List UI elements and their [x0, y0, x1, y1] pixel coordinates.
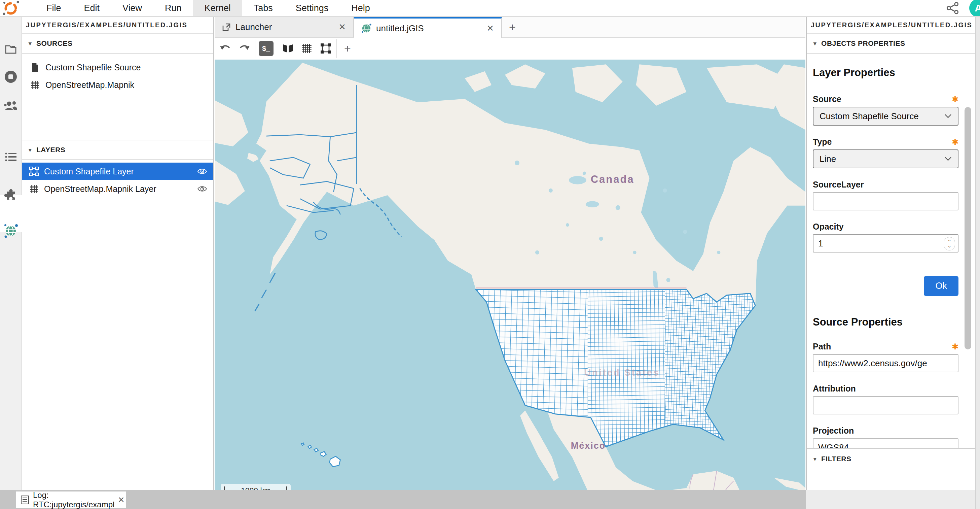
- file-icon: [29, 62, 41, 72]
- statusbar-right-segment: [806, 490, 980, 509]
- menu-bar: File Edit View Run Kernel Tabs Settings …: [0, 0, 980, 17]
- projection-label: Projection: [813, 426, 854, 436]
- main-dock: Launcher ✕ untitled.jGIS ✕ +: [215, 17, 805, 490]
- eye-visible-icon[interactable]: [197, 168, 207, 175]
- extensions-puzzle-icon[interactable]: [0, 187, 22, 200]
- source-item-osm-mapnik[interactable]: OpenStreetMap.Mapnik: [22, 76, 213, 94]
- close-icon[interactable]: ✕: [333, 22, 346, 32]
- source-item-label: OpenStreetMap.Mapnik: [45, 80, 134, 90]
- book-map-icon: [282, 43, 294, 54]
- layer-label: Custom Shapefile Layer: [44, 167, 197, 176]
- attribution-field: Attribution: [813, 384, 958, 415]
- jgis-globe-icon: [361, 23, 371, 34]
- layer-row-osm-mapnik[interactable]: OpenStreetMap.Mapnik Layer: [22, 180, 213, 198]
- menubar-right: A: [946, 0, 980, 16]
- objects-properties-label: OBJECTS PROPERTIES: [821, 39, 905, 48]
- eye-visible-icon[interactable]: [197, 185, 207, 193]
- running-kernels-icon[interactable]: [0, 70, 22, 83]
- jgis-toolbar: $_ +: [215, 38, 805, 59]
- number-stepper[interactable]: ⌃ ⌄: [943, 237, 955, 251]
- status-bar: Log: RTC:jupytergis/exampl ✕: [0, 490, 980, 509]
- chevron-down-icon: [944, 156, 952, 161]
- attribution-label: Attribution: [813, 384, 856, 394]
- menu-view[interactable]: View: [111, 0, 153, 16]
- left-panel-path-header: JUPYTERGIS/EXAMPLES/UNTITLED.JGIS: [22, 17, 213, 34]
- path-field: Path ✱: [813, 342, 958, 372]
- menu-kernel[interactable]: Kernel: [193, 0, 242, 16]
- activity-sidebar: [0, 17, 22, 490]
- sources-section-header[interactable]: ▾ SOURCES: [22, 34, 213, 54]
- redo-button[interactable]: [235, 39, 254, 58]
- undo-button[interactable]: [216, 39, 235, 58]
- opacity-field: Opacity ⌃ ⌄: [813, 222, 958, 252]
- menu-edit[interactable]: Edit: [73, 0, 111, 16]
- close-icon[interactable]: ✕: [481, 23, 494, 34]
- vector-polygon-icon: [320, 43, 331, 54]
- ok-button[interactable]: Ok: [924, 276, 958, 296]
- plus-icon: +: [344, 42, 351, 55]
- collaboration-users-icon[interactable]: [0, 101, 22, 112]
- raster-grid-icon: [28, 185, 40, 193]
- source-select[interactable]: Custom Shapefile Source: [813, 107, 958, 126]
- log-icon: [21, 496, 29, 504]
- new-tab-button[interactable]: +: [502, 17, 523, 37]
- map-label-united-states: United States: [584, 367, 660, 378]
- list-icon[interactable]: [0, 152, 22, 162]
- launcher-icon: [222, 23, 231, 32]
- collapse-triangle-icon: ▾: [29, 40, 32, 47]
- source-properties-heading: Source Properties: [813, 316, 958, 328]
- tab-launcher[interactable]: Launcher ✕: [215, 17, 354, 37]
- tab-untitled-jgis[interactable]: untitled.jGIS ✕: [354, 17, 502, 38]
- left-panel: JUPYTERGIS/EXAMPLES/UNTITLED.JGIS ▾ SOUR…: [22, 17, 214, 490]
- required-asterisk-icon: ✱: [952, 342, 958, 351]
- user-avatar[interactable]: A: [969, 0, 980, 16]
- filters-label: FILTERS: [821, 455, 851, 463]
- raster-layer-button[interactable]: [298, 39, 316, 58]
- map-canvas[interactable]: Canada México United States 1000 km: [215, 60, 805, 506]
- source-select-value: Custom Shapefile Source: [819, 111, 944, 121]
- right-panel-path-header: JUPYTERGIS/EXAMPLES/UNTITLED.JGIS: [807, 17, 980, 34]
- collapse-triangle-icon: ▾: [813, 40, 816, 47]
- type-select[interactable]: Line: [813, 150, 958, 168]
- close-icon[interactable]: ✕: [118, 495, 124, 505]
- grid-icon: [302, 43, 312, 54]
- layers-section-header[interactable]: ▾ LAYERS: [22, 140, 213, 160]
- panel-scrollbar[interactable]: [964, 107, 971, 349]
- properties-scroll-area[interactable]: Layer Properties Source ✱ Custom Shapefi…: [807, 54, 980, 468]
- menu-settings[interactable]: Settings: [284, 0, 340, 16]
- filters-section-header[interactable]: ▾ FILTERS: [807, 448, 980, 469]
- menu-tabs[interactable]: Tabs: [242, 0, 284, 16]
- menu-file[interactable]: File: [35, 0, 73, 16]
- add-layer-button[interactable]: +: [338, 39, 357, 58]
- share-icon[interactable]: [946, 2, 960, 14]
- type-field: Type ✱ Line: [813, 137, 958, 168]
- opacity-label: Opacity: [813, 222, 844, 231]
- sourcelayer-field: SourceLayer: [813, 180, 958, 211]
- required-asterisk-icon: ✱: [952, 94, 958, 104]
- objects-properties-header[interactable]: ▾ OBJECTS PROPERTIES: [807, 34, 980, 54]
- source-item-custom-shapefile[interactable]: Custom Shapefile Source: [22, 59, 213, 76]
- attribution-input[interactable]: [813, 396, 958, 415]
- source-label: Source: [813, 94, 842, 104]
- raster-grid-icon: [29, 80, 41, 89]
- tab-bar: Launcher ✕ untitled.jGIS ✕ +: [215, 17, 805, 38]
- path-label: Path: [813, 342, 831, 351]
- layer-label: OpenStreetMap.Mapnik Layer: [44, 184, 197, 194]
- window-edge-strip: [975, 17, 980, 509]
- right-panel: JUPYTERGIS/EXAMPLES/UNTITLED.JGIS ▾ OBJE…: [806, 17, 980, 490]
- sourcelayer-input[interactable]: [813, 192, 958, 211]
- folder-icon[interactable]: [0, 44, 22, 54]
- menu-run[interactable]: Run: [153, 0, 193, 16]
- path-input[interactable]: [813, 354, 958, 372]
- basemap-button[interactable]: [278, 39, 298, 58]
- vector-layer-button[interactable]: [316, 39, 335, 58]
- opacity-input[interactable]: [813, 234, 958, 252]
- log-console-tab[interactable]: Log: RTC:jupytergis/exampl ✕: [16, 491, 126, 508]
- console-button[interactable]: $_: [257, 39, 275, 58]
- vector-layer-icon: [28, 167, 40, 176]
- jupytergis-globe-icon[interactable]: [0, 223, 22, 238]
- menu-help[interactable]: Help: [340, 0, 382, 16]
- map-label-canada: Canada: [591, 173, 635, 185]
- stepper-down-icon[interactable]: ⌄: [947, 244, 951, 248]
- layer-row-custom-shapefile[interactable]: Custom Shapefile Layer: [22, 163, 213, 180]
